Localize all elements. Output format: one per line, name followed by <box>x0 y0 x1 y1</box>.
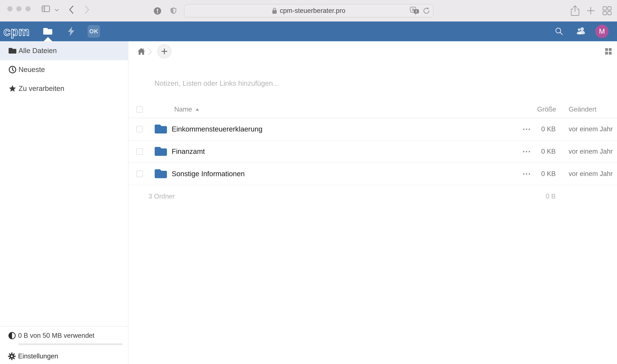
file-name[interactable]: Finanzamt <box>172 147 516 156</box>
svg-text:x̂: x̂ <box>415 10 417 13</box>
grid-view-toggle[interactable] <box>605 48 612 55</box>
sidebar-item-recent[interactable]: Neueste <box>0 60 128 79</box>
user-menu[interactable]: M <box>595 22 609 41</box>
contacts-icon <box>576 27 586 36</box>
window-minimize-button[interactable] <box>16 6 22 11</box>
file-size: 0 KB <box>537 125 556 133</box>
folder-icon <box>155 124 167 134</box>
file-name[interactable]: Sonstige Informationen <box>172 170 516 178</box>
folder-icon <box>9 48 16 54</box>
file-size: 0 KB <box>537 170 556 178</box>
storage-label: 0 B von 50 MB verwendet <box>18 332 95 339</box>
breadcrumb-chevron-icon <box>147 48 152 56</box>
sidebar-footer: 0 B von 50 MB verwendet <box>0 326 128 364</box>
search-icon <box>555 27 563 36</box>
settings-label: Einstellungen <box>18 352 58 360</box>
reload-icon[interactable] <box>423 4 430 17</box>
notes-placeholder[interactable]: Notizen, Listen oder Links hinzufügen... <box>128 79 617 88</box>
row-checkbox[interactable] <box>137 171 143 177</box>
file-table: Name Größe Geändert Einkommensteuererkla… <box>128 101 617 200</box>
lock-icon <box>272 8 277 14</box>
plus-icon <box>161 48 168 55</box>
row-actions-menu[interactable] <box>523 171 530 177</box>
tab-overview-icon[interactable] <box>602 6 612 15</box>
back-button[interactable] <box>69 5 74 14</box>
forward-button[interactable] <box>84 5 90 14</box>
row-actions-menu[interactable] <box>523 126 530 132</box>
sidebar-toggle-icon[interactable] <box>42 6 50 12</box>
privacy-alert-icon[interactable] <box>154 7 161 15</box>
address-bar-url: cpm-steuerberater.pro <box>280 7 345 15</box>
sidebar-item-all-files[interactable]: Alle Dateien <box>0 41 128 60</box>
home-icon[interactable] <box>137 48 145 55</box>
shield-icon[interactable] <box>170 6 177 15</box>
column-header-name[interactable]: Name <box>172 105 516 113</box>
file-size: 0 KB <box>537 148 556 155</box>
avatar: M <box>595 25 609 38</box>
active-app-indicator <box>44 37 52 41</box>
sidebar-item-settings[interactable]: Einstellungen <box>0 350 128 362</box>
app-nav-office[interactable]: OK <box>88 22 100 41</box>
row-checkbox[interactable] <box>137 148 143 155</box>
window-zoom-button[interactable] <box>25 6 30 11</box>
new-file-button[interactable] <box>157 44 171 58</box>
summary-folder-count: 3 Ordner <box>149 193 175 200</box>
screen: cpm-steuerberater.pro A x̂ <box>0 0 617 364</box>
sidebar-item-label: Neueste <box>18 65 45 74</box>
folder-icon <box>155 169 167 179</box>
file-name[interactable]: Einkommensteuererklaerung <box>172 125 516 133</box>
column-header-size[interactable]: Größe <box>537 105 556 113</box>
table-summary: 3 Ordner 0 B <box>128 185 617 200</box>
sidebar-item-label: Zu verarbeiten <box>18 84 64 93</box>
table-header: Name Größe Geändert <box>128 101 617 118</box>
app-header: cpm OK <box>0 22 617 41</box>
sidebar-item-to-process[interactable]: Zu verarbeiten <box>0 79 128 98</box>
share-icon[interactable] <box>570 5 580 16</box>
window-close-button[interactable] <box>7 6 13 11</box>
table-row[interactable]: Sonstige Informationen 0 KB vor einem Ja… <box>128 163 617 185</box>
storage-pie-icon <box>8 332 16 339</box>
window-controls <box>7 6 30 11</box>
browser-toolbar: cpm-steuerberater.pro A x̂ <box>0 0 617 22</box>
row-checkbox[interactable] <box>137 126 143 132</box>
sidebar-item-label: Alle Dateien <box>18 47 57 55</box>
file-modified: vor einem Jahr <box>569 170 617 178</box>
app-logo[interactable]: cpm <box>3 25 30 38</box>
address-bar[interactable]: cpm-steuerberater.pro A x̂ <box>184 4 434 17</box>
office-badge: OK <box>88 25 100 38</box>
folder-icon <box>155 146 167 156</box>
app-nav-activity[interactable] <box>67 22 76 41</box>
translate-icon[interactable]: A x̂ <box>410 4 419 17</box>
gear-icon <box>8 352 16 360</box>
select-all-checkbox[interactable] <box>137 106 143 113</box>
sidebar-chevron-down-icon[interactable] <box>55 9 59 11</box>
sort-ascending-icon <box>195 108 199 111</box>
files-content: Notizen, Listen oder Links hinzufügen...… <box>128 41 617 364</box>
column-header-modified[interactable]: Geändert <box>569 105 617 113</box>
search-button[interactable] <box>555 22 563 41</box>
table-body: Einkommensteuererklaerung 0 KB vor einem… <box>128 118 617 185</box>
folder-icon <box>43 28 52 35</box>
row-actions-menu[interactable] <box>523 149 530 155</box>
storage-progress-bar <box>18 343 123 345</box>
file-modified: vor einem Jahr <box>569 148 617 155</box>
contacts-button[interactable] <box>576 22 586 41</box>
star-icon <box>9 85 16 92</box>
table-row[interactable]: Einkommensteuererklaerung 0 KB vor einem… <box>128 118 617 141</box>
sidebar-nav: Alle Dateien Neueste Zu verarbeiten <box>0 41 128 98</box>
new-tab-icon[interactable] <box>587 6 595 15</box>
breadcrumb <box>128 41 617 62</box>
file-modified: vor einem Jahr <box>569 125 617 133</box>
lightning-icon <box>68 27 75 36</box>
sidebar: Alle Dateien Neueste Zu verarbeiten <box>0 41 128 364</box>
summary-total-size: 0 B <box>546 193 556 200</box>
clock-icon <box>9 66 16 74</box>
table-row[interactable]: Finanzamt 0 KB vor einem Jahr <box>128 141 617 163</box>
